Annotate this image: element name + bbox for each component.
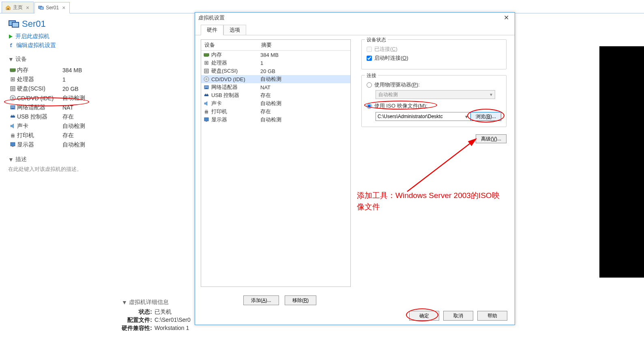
config-label: 配置文件: (122, 317, 152, 324)
device-row[interactable]: 硬盘(SCSI)20 GB (8, 84, 187, 93)
play-icon (8, 34, 13, 39)
wrench-icon (8, 43, 14, 48)
disk-icon (204, 68, 209, 74)
config-value: C:\Ser01\Ser0 (155, 317, 191, 324)
compat-value: Workstation 1 (155, 325, 189, 332)
device-row[interactable]: CD/DVD (IDE)自动检测 (8, 93, 187, 103)
device-name: CD/DVD (IDE) (17, 95, 62, 101)
device-value: 存在 (62, 113, 74, 121)
sound-icon (8, 123, 17, 129)
section-devices[interactable]: ▼设备 (8, 56, 187, 63)
radio[interactable] (367, 82, 372, 88)
tab-label: 硬件 (207, 27, 217, 33)
close-icon[interactable]: × (26, 5, 29, 11)
device-row[interactable]: 网络适配器NAT (8, 103, 187, 112)
use-iso-radio[interactable]: 使用 ISO 映像文件(M): (367, 102, 501, 110)
device-name: 处理器 (17, 76, 62, 83)
tab-label: 主页 (13, 4, 23, 11)
use-physical-radio[interactable]: 使用物理驱动器(P): (367, 81, 501, 88)
add-button[interactable]: 添加(A)... (243, 295, 279, 305)
radio[interactable] (367, 103, 372, 109)
hw-value: 1 (260, 60, 263, 66)
hardware-row[interactable]: USB 控制器存在 (201, 91, 350, 99)
chevron-down-icon: ▼ (122, 299, 127, 306)
hardware-row[interactable]: CD/DVD (IDE)自动检测 (201, 75, 350, 83)
dropdown-value: 自动检测 (378, 91, 398, 98)
hw-name: USB 控制器 (211, 92, 239, 99)
device-row[interactable]: 打印机存在 (8, 131, 187, 140)
vm-summary: Ser01 开启此虚拟机 编辑虚拟机设置 ▼设备 内存384 MB处理器1硬盘(… (0, 13, 195, 176)
memory-icon (204, 52, 209, 58)
browse-button[interactable]: 浏览(B)... (470, 112, 501, 121)
check-label: 已连接(C) (374, 45, 397, 53)
cpu-icon (204, 60, 209, 66)
device-value: 1 (62, 76, 66, 83)
device-row[interactable]: USB 控制器存在 (8, 112, 187, 121)
description-placeholder[interactable]: 在此处键入对该虚拟机的描述。 (8, 166, 187, 173)
vm-details: ▼虚拟机详细信息 状态:已关机 配置文件:C:\Ser01\Ser0 硬件兼容性… (122, 292, 191, 333)
hardware-row[interactable]: 网络适配器NAT (201, 83, 350, 91)
connection-group: 连接 使用物理驱动器(P): 自动检测 ▾ 使用 ISO 映像文件(M): (361, 75, 507, 127)
hw-value: 存在 (260, 92, 271, 99)
compat-label: 硬件兼容性: (122, 325, 152, 332)
tab-label: Ser01 (46, 5, 59, 11)
vm-title: Ser01 (8, 18, 187, 30)
tab-options[interactable]: 选项 (223, 25, 246, 35)
close-icon[interactable]: × (62, 5, 65, 11)
cd-icon (204, 76, 209, 82)
device-row[interactable]: 处理器1 (8, 75, 187, 84)
section-label: 设备 (15, 56, 27, 63)
device-value: NAT (62, 104, 73, 111)
hardware-row[interactable]: 内存384 MB (201, 51, 350, 59)
device-row[interactable]: 声卡自动检测 (8, 121, 187, 131)
hardware-row[interactable]: 硬盘(SCSI)20 GB (201, 67, 350, 75)
edit-settings-link[interactable]: 编辑虚拟机设置 (8, 42, 187, 49)
vm-settings-dialog: 虚拟机设置 ✕ 硬件 选项 设备 摘要 内存384 MB处理器1硬盘(SCSI)… (195, 12, 515, 325)
advanced-button[interactable]: 高级(V)... (476, 134, 507, 143)
nic-icon (8, 104, 17, 110)
screens-icon (8, 18, 19, 30)
hardware-row[interactable]: 声卡自动检测 (201, 99, 350, 108)
tab-hardware[interactable]: 硬件 (201, 25, 223, 35)
device-settings: 设备状态 已连接(C) 启动时连接(O) 连接 使用物理驱动器(P): (359, 39, 509, 287)
checkbox[interactable] (367, 56, 372, 61)
col-device: 设备 (204, 41, 261, 49)
ok-button[interactable]: 确定 (409, 311, 439, 321)
tab-vm[interactable]: Ser01 × (34, 2, 70, 13)
remove-button[interactable]: 移除(R) (285, 295, 317, 305)
hardware-row[interactable]: 处理器1 (201, 59, 350, 67)
device-value: 存在 (62, 132, 74, 139)
vm-name: Ser01 (22, 19, 46, 29)
state-value: 已关机 (155, 308, 172, 316)
device-row[interactable]: 内存384 MB (8, 65, 187, 75)
connect-on-start-checkbox[interactable]: 启动时连接(O) (367, 54, 501, 62)
display-icon (204, 117, 209, 123)
close-button[interactable]: ✕ (501, 13, 511, 23)
section-description[interactable]: ▼描述 (8, 156, 187, 163)
hardware-row[interactable]: 打印机存在 (201, 108, 350, 116)
iso-path-input[interactable] (376, 112, 471, 121)
section-details[interactable]: ▼虚拟机详细信息 (122, 299, 191, 306)
dialog-title: 虚拟机设置 (198, 13, 225, 23)
power-on-link[interactable]: 开启此虚拟机 (8, 33, 187, 40)
display-icon (8, 142, 17, 148)
state-label: 状态: (122, 308, 152, 316)
hardware-row[interactable]: 显示器自动检测 (201, 116, 350, 124)
checkbox (367, 47, 372, 52)
legend: 连接 (365, 72, 378, 79)
device-row[interactable]: 显示器自动检测 (8, 140, 187, 149)
device-value: 自动检测 (62, 123, 85, 130)
cd-icon (8, 95, 17, 101)
cancel-button[interactable]: 取消 (443, 311, 473, 321)
help-button[interactable]: 帮助 (477, 311, 507, 321)
hw-value: 20 GB (260, 68, 275, 74)
disk-icon (8, 86, 17, 92)
usb-icon (204, 93, 209, 98)
hardware-list: 设备 摘要 内存384 MB处理器1硬盘(SCSI)20 GBCD/DVD (I… (201, 39, 351, 287)
device-list: 内存384 MB处理器1硬盘(SCSI)20 GBCD/DVD (IDE)自动检… (8, 65, 187, 149)
tab-home[interactable]: 主页 × (2, 2, 34, 13)
black-strip (599, 46, 644, 278)
hw-name: 内存 (211, 51, 222, 58)
check-label: 启动时连接(O) (374, 54, 408, 62)
hw-name: 处理器 (211, 59, 227, 67)
